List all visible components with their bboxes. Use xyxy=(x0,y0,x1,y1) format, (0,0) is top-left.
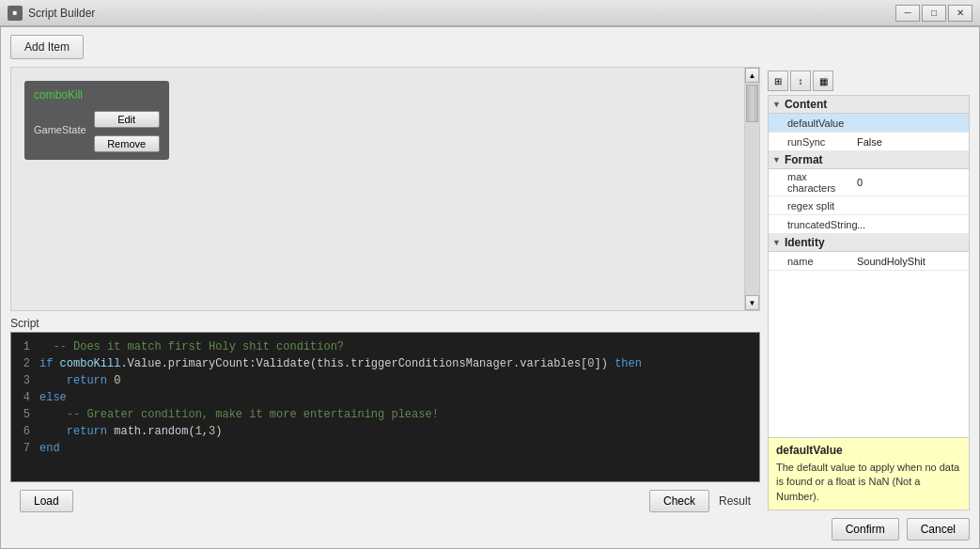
item-card-row: GameState Edit Remove xyxy=(34,107,160,152)
prop-row-truncated: truncatedString ... xyxy=(769,215,969,234)
prop-name-maxchars: max characters xyxy=(769,169,853,196)
line-code-1: -- Does it match first Holy shit conditi… xyxy=(39,338,344,355)
main-window: Add Item comboKill GameState Edit xyxy=(0,26,980,549)
prop-name-defaultvalue: defaultValue xyxy=(769,116,853,131)
title-bar-text: Script Builder xyxy=(28,7,895,20)
confirm-button[interactable]: Confirm xyxy=(832,518,899,541)
grid-icon-button[interactable]: ⊞ xyxy=(768,71,788,91)
prop-row-name: name SoundHolyShit xyxy=(769,252,969,271)
line-num-3: 3 xyxy=(19,372,30,389)
collapse-content-icon[interactable]: ▼ xyxy=(772,100,781,109)
scroll-thumb-v[interactable] xyxy=(746,85,758,122)
prop-value-truncated[interactable]: ... xyxy=(853,217,969,232)
prop-row-runsync: runSync False xyxy=(769,133,969,151)
line-code-5: -- Greater condition, make it more enter… xyxy=(39,406,439,423)
cancel-button[interactable]: Cancel xyxy=(907,518,970,541)
collapse-format-icon[interactable]: ▼ xyxy=(772,155,781,165)
section-format-header: ▼ Format xyxy=(769,151,969,169)
scroll-down-button[interactable]: ▼ xyxy=(745,295,759,310)
prop-value-runsync[interactable]: False xyxy=(853,134,969,149)
script-line-6: 6 return math.random(1,3) xyxy=(19,423,752,440)
scroll-up-button[interactable]: ▲ xyxy=(745,68,759,83)
line-num-6: 6 xyxy=(19,423,30,440)
grid-icon: ⊞ xyxy=(774,76,782,86)
scroll-left-button[interactable]: ◀ xyxy=(11,311,26,312)
section-identity-label: Identity xyxy=(785,236,825,249)
prop-value-name[interactable]: SoundHolyShit xyxy=(853,254,969,269)
item-card-label: GameState xyxy=(34,124,86,135)
content-area: comboKill GameState Edit Remove xyxy=(1,67,979,548)
collapse-identity-icon[interactable]: ▼ xyxy=(772,238,781,247)
prop-row-defaultvalue: defaultValue xyxy=(769,114,969,133)
items-container: comboKill GameState Edit Remove xyxy=(10,67,760,311)
card-edit-button[interactable]: Edit xyxy=(94,111,160,128)
line-code-4: else xyxy=(39,389,67,406)
section-content-header: ▼ Content xyxy=(769,96,969,114)
add-item-button[interactable]: Add Item xyxy=(10,35,84,59)
desc-title: defaultValue xyxy=(776,444,961,457)
filter-icon: ▦ xyxy=(819,76,828,86)
prop-value-maxchars[interactable]: 0 xyxy=(853,175,969,190)
load-button[interactable]: Load xyxy=(20,490,73,512)
title-bar: ■ Script Builder ─ □ ✕ xyxy=(0,0,980,26)
script-label: Script xyxy=(10,317,760,330)
line-num-2: 2 xyxy=(19,355,30,372)
scroll-track-v[interactable] xyxy=(745,83,759,295)
script-editor[interactable]: 1 -- Does it match first Holy shit condi… xyxy=(10,332,760,482)
horizontal-scrollbar[interactable]: ◀ ▶ xyxy=(11,310,759,311)
line-code-6: return math.random(1,3) xyxy=(39,423,222,440)
prop-name-runsync: runSync xyxy=(769,134,853,149)
result-label: Result xyxy=(719,494,751,508)
item-card: comboKill GameState Edit Remove xyxy=(24,81,169,160)
card-remove-button[interactable]: Remove xyxy=(94,135,160,152)
script-line-7: 7 end xyxy=(19,440,752,457)
section-identity-header: ▼ Identity xyxy=(769,234,969,252)
line-num-5: 5 xyxy=(19,406,30,423)
desc-text: The default value to apply when no data … xyxy=(776,461,961,504)
section-format-label: Format xyxy=(785,153,823,166)
prop-name-truncated: truncatedString xyxy=(769,217,853,232)
check-button[interactable]: Check xyxy=(649,490,709,512)
app-icon: ■ xyxy=(8,6,23,21)
prop-name-regexsplit: regex split xyxy=(769,198,853,213)
sort-icon-button[interactable]: ↕ xyxy=(790,71,811,91)
toolbar: Add Item xyxy=(1,27,979,67)
line-num-1: 1 xyxy=(19,338,30,355)
sort-icon: ↕ xyxy=(799,76,803,86)
script-line-1: 1 -- Does it match first Holy shit condi… xyxy=(19,338,752,355)
bottom-right-bar: Confirm Cancel xyxy=(768,510,970,548)
right-panel: ⊞ ↕ ▦ ▼ Content defaultValue xyxy=(768,67,970,548)
prop-value-regexsplit[interactable] xyxy=(853,204,969,208)
script-line-5: 5 -- Greater condition, make it more ent… xyxy=(19,406,752,423)
scroll-right-button[interactable]: ▶ xyxy=(744,311,759,312)
prop-row-regexsplit: regex split xyxy=(769,196,969,215)
line-code-7: end xyxy=(39,440,60,457)
line-code-2: if comboKill.Value.primaryCount:Validate… xyxy=(39,355,642,372)
line-code-3: return 0 xyxy=(39,372,120,389)
script-line-3: 3 return 0 xyxy=(19,372,752,389)
line-num-4: 4 xyxy=(19,389,30,406)
script-line-4: 4 else xyxy=(19,389,752,406)
maximize-button[interactable]: □ xyxy=(922,5,946,22)
script-section: Script 1 -- Does it match first Holy shi… xyxy=(10,317,760,482)
filter-icon-button[interactable]: ▦ xyxy=(813,71,833,91)
title-bar-buttons: ─ □ ✕ xyxy=(895,5,972,22)
script-line-2: 2 if comboKill.Value.primaryCount:Valida… xyxy=(19,355,752,372)
vertical-scrollbar[interactable]: ▲ ▼ xyxy=(744,68,759,310)
properties-grid: ▼ Content defaultValue runSync False ▼ F… xyxy=(768,95,970,438)
right-toolbar: ⊞ ↕ ▦ xyxy=(768,67,970,95)
prop-value-defaultvalue[interactable] xyxy=(853,121,969,125)
prop-name-name: name xyxy=(769,254,853,269)
bottom-bar: Load Check Result xyxy=(10,482,760,520)
minimize-button[interactable]: ─ xyxy=(895,5,920,22)
close-button[interactable]: ✕ xyxy=(948,5,972,22)
item-card-title: comboKill xyxy=(34,88,160,102)
line-num-7: 7 xyxy=(19,440,30,457)
prop-row-maxchars: max characters 0 xyxy=(769,169,969,196)
description-box: defaultValue The default value to apply … xyxy=(768,438,970,510)
section-content-label: Content xyxy=(785,98,827,111)
left-panel: comboKill GameState Edit Remove xyxy=(10,67,760,548)
